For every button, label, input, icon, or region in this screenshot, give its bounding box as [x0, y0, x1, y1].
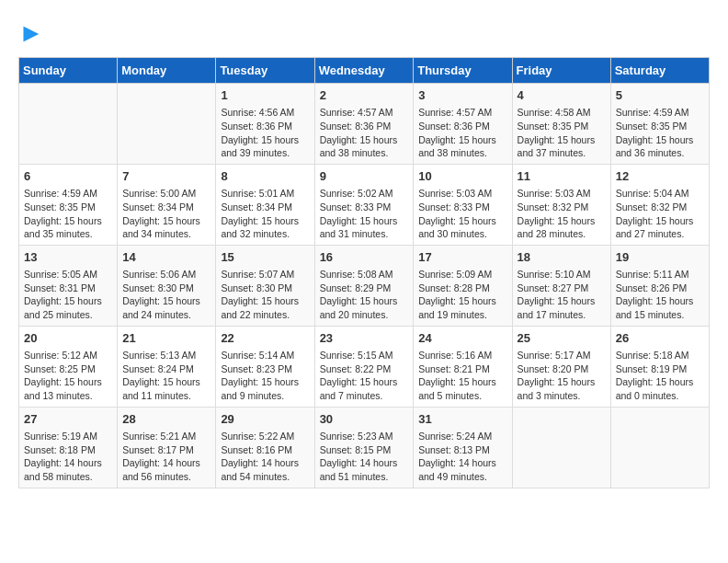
- day-number: 27: [24, 411, 112, 428]
- day-number: 31: [418, 411, 506, 428]
- calendar-cell: 29Sunrise: 5:22 AM Sunset: 8:16 PM Dayli…: [216, 407, 314, 488]
- day-detail: Sunrise: 5:04 AM Sunset: 8:32 PM Dayligh…: [616, 187, 704, 241]
- day-detail: Sunrise: 5:05 AM Sunset: 8:31 PM Dayligh…: [24, 268, 112, 322]
- calendar-cell: 13Sunrise: 5:05 AM Sunset: 8:31 PM Dayli…: [19, 245, 118, 326]
- day-number: 17: [418, 249, 506, 266]
- day-number: 8: [221, 168, 309, 185]
- day-detail: Sunrise: 4:58 AM Sunset: 8:35 PM Dayligh…: [518, 106, 606, 160]
- day-number: 24: [418, 330, 506, 347]
- day-number: 19: [616, 249, 704, 266]
- calendar-cell: 19Sunrise: 5:11 AM Sunset: 8:26 PM Dayli…: [610, 245, 709, 326]
- calendar-cell: 14Sunrise: 5:06 AM Sunset: 8:30 PM Dayli…: [118, 245, 216, 326]
- day-number: 11: [518, 168, 606, 185]
- day-detail: Sunrise: 5:09 AM Sunset: 8:28 PM Dayligh…: [418, 268, 506, 322]
- day-detail: Sunrise: 4:57 AM Sunset: 8:36 PM Dayligh…: [418, 106, 506, 160]
- day-number: 14: [122, 249, 210, 266]
- day-number: 15: [221, 249, 309, 266]
- day-number: 29: [221, 411, 309, 428]
- calendar-cell: [118, 84, 216, 165]
- calendar-cell: 1Sunrise: 4:56 AM Sunset: 8:36 PM Daylig…: [216, 84, 314, 165]
- calendar-week-5: 27Sunrise: 5:19 AM Sunset: 8:18 PM Dayli…: [19, 407, 710, 488]
- day-detail: Sunrise: 5:17 AM Sunset: 8:20 PM Dayligh…: [518, 349, 606, 403]
- day-number: 9: [320, 168, 409, 185]
- col-header-sunday: Sunday: [19, 58, 118, 84]
- day-detail: Sunrise: 5:08 AM Sunset: 8:29 PM Dayligh…: [320, 268, 409, 322]
- calendar-week-4: 20Sunrise: 5:12 AM Sunset: 8:25 PM Dayli…: [19, 326, 710, 407]
- day-detail: Sunrise: 5:00 AM Sunset: 8:34 PM Dayligh…: [122, 187, 210, 241]
- day-number: 5: [616, 87, 704, 104]
- calendar-cell: 17Sunrise: 5:09 AM Sunset: 8:28 PM Dayli…: [414, 245, 512, 326]
- calendar-cell: 16Sunrise: 5:08 AM Sunset: 8:29 PM Dayli…: [314, 245, 414, 326]
- calendar-cell: 25Sunrise: 5:17 AM Sunset: 8:20 PM Dayli…: [512, 326, 610, 407]
- day-number: 20: [24, 330, 112, 347]
- day-number: 2: [320, 87, 409, 104]
- calendar-week-2: 6Sunrise: 4:59 AM Sunset: 8:35 PM Daylig…: [19, 164, 710, 245]
- calendar-week-3: 13Sunrise: 5:05 AM Sunset: 8:31 PM Dayli…: [19, 245, 710, 326]
- col-header-monday: Monday: [118, 58, 216, 84]
- day-number: 21: [122, 330, 210, 347]
- logo-text: ►: [18, 18, 44, 48]
- calendar-week-1: 1Sunrise: 4:56 AM Sunset: 8:36 PM Daylig…: [19, 84, 710, 165]
- calendar-cell: 2Sunrise: 4:57 AM Sunset: 8:36 PM Daylig…: [314, 84, 414, 165]
- calendar-cell: 18Sunrise: 5:10 AM Sunset: 8:27 PM Dayli…: [512, 245, 610, 326]
- day-detail: Sunrise: 5:23 AM Sunset: 8:15 PM Dayligh…: [320, 430, 409, 484]
- calendar-table: SundayMondayTuesdayWednesdayThursdayFrid…: [18, 57, 710, 488]
- calendar-cell: 24Sunrise: 5:16 AM Sunset: 8:21 PM Dayli…: [414, 326, 512, 407]
- day-number: 26: [616, 330, 704, 347]
- calendar-cell: 21Sunrise: 5:13 AM Sunset: 8:24 PM Dayli…: [118, 326, 216, 407]
- calendar-cell: 22Sunrise: 5:14 AM Sunset: 8:23 PM Dayli…: [216, 326, 314, 407]
- day-number: 25: [518, 330, 606, 347]
- day-detail: Sunrise: 4:57 AM Sunset: 8:36 PM Dayligh…: [320, 106, 409, 160]
- calendar-cell: 3Sunrise: 4:57 AM Sunset: 8:36 PM Daylig…: [414, 84, 512, 165]
- col-header-wednesday: Wednesday: [314, 58, 414, 84]
- day-detail: Sunrise: 4:59 AM Sunset: 8:35 PM Dayligh…: [616, 106, 704, 160]
- calendar-cell: 15Sunrise: 5:07 AM Sunset: 8:30 PM Dayli…: [216, 245, 314, 326]
- day-number: 4: [518, 87, 606, 104]
- day-number: 13: [24, 249, 112, 266]
- day-detail: Sunrise: 5:12 AM Sunset: 8:25 PM Dayligh…: [24, 349, 112, 403]
- day-number: 22: [221, 330, 309, 347]
- calendar-cell: 9Sunrise: 5:02 AM Sunset: 8:33 PM Daylig…: [314, 164, 414, 245]
- col-header-saturday: Saturday: [610, 58, 709, 84]
- col-header-friday: Friday: [512, 58, 610, 84]
- calendar-cell: 27Sunrise: 5:19 AM Sunset: 8:18 PM Dayli…: [19, 407, 118, 488]
- calendar-cell: 12Sunrise: 5:04 AM Sunset: 8:32 PM Dayli…: [610, 164, 709, 245]
- day-detail: Sunrise: 5:15 AM Sunset: 8:22 PM Dayligh…: [320, 349, 409, 403]
- calendar-cell: 26Sunrise: 5:18 AM Sunset: 8:19 PM Dayli…: [610, 326, 709, 407]
- day-detail: Sunrise: 5:16 AM Sunset: 8:21 PM Dayligh…: [418, 349, 506, 403]
- calendar-cell: 10Sunrise: 5:03 AM Sunset: 8:33 PM Dayli…: [414, 164, 512, 245]
- page-header: ►: [18, 18, 710, 48]
- col-header-tuesday: Tuesday: [216, 58, 314, 84]
- calendar-cell: 8Sunrise: 5:01 AM Sunset: 8:34 PM Daylig…: [216, 164, 314, 245]
- day-number: 6: [24, 168, 112, 185]
- col-header-thursday: Thursday: [414, 58, 512, 84]
- day-number: 7: [122, 168, 210, 185]
- day-detail: Sunrise: 5:01 AM Sunset: 8:34 PM Dayligh…: [221, 187, 309, 241]
- calendar-cell: [19, 84, 118, 165]
- day-detail: Sunrise: 4:56 AM Sunset: 8:36 PM Dayligh…: [221, 106, 309, 160]
- day-detail: Sunrise: 5:03 AM Sunset: 8:32 PM Dayligh…: [518, 187, 606, 241]
- day-number: 18: [518, 249, 606, 266]
- day-detail: Sunrise: 5:22 AM Sunset: 8:16 PM Dayligh…: [221, 430, 309, 484]
- day-detail: Sunrise: 5:24 AM Sunset: 8:13 PM Dayligh…: [418, 430, 506, 484]
- calendar-cell: 20Sunrise: 5:12 AM Sunset: 8:25 PM Dayli…: [19, 326, 118, 407]
- day-detail: Sunrise: 5:10 AM Sunset: 8:27 PM Dayligh…: [518, 268, 606, 322]
- day-number: 16: [320, 249, 409, 266]
- day-detail: Sunrise: 5:14 AM Sunset: 8:23 PM Dayligh…: [221, 349, 309, 403]
- calendar-cell: 5Sunrise: 4:59 AM Sunset: 8:35 PM Daylig…: [610, 84, 709, 165]
- day-detail: Sunrise: 4:59 AM Sunset: 8:35 PM Dayligh…: [24, 187, 112, 241]
- day-detail: Sunrise: 5:18 AM Sunset: 8:19 PM Dayligh…: [616, 349, 704, 403]
- day-detail: Sunrise: 5:13 AM Sunset: 8:24 PM Dayligh…: [122, 349, 210, 403]
- day-detail: Sunrise: 5:21 AM Sunset: 8:17 PM Dayligh…: [122, 430, 210, 484]
- calendar-cell: 30Sunrise: 5:23 AM Sunset: 8:15 PM Dayli…: [314, 407, 414, 488]
- day-detail: Sunrise: 5:07 AM Sunset: 8:30 PM Dayligh…: [221, 268, 309, 322]
- calendar-cell: 28Sunrise: 5:21 AM Sunset: 8:17 PM Dayli…: [118, 407, 216, 488]
- calendar-cell: [610, 407, 709, 488]
- day-detail: Sunrise: 5:11 AM Sunset: 8:26 PM Dayligh…: [616, 268, 704, 322]
- day-number: 12: [616, 168, 704, 185]
- calendar-cell: 23Sunrise: 5:15 AM Sunset: 8:22 PM Dayli…: [314, 326, 414, 407]
- day-number: 1: [221, 87, 309, 104]
- calendar-cell: [512, 407, 610, 488]
- day-detail: Sunrise: 5:03 AM Sunset: 8:33 PM Dayligh…: [418, 187, 506, 241]
- day-number: 30: [320, 411, 409, 428]
